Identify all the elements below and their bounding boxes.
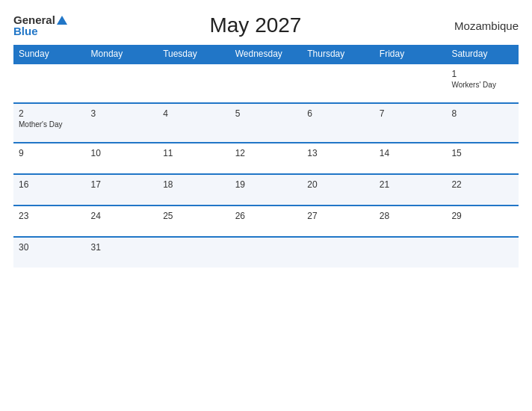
calendar-cell: 5 (230, 103, 303, 143)
calendar-body: 1Workers' Day2Mother's Day34567891011121… (13, 64, 519, 268)
calendar-week-4: 16171819202122 (13, 174, 519, 206)
calendar-cell: 12 (230, 143, 303, 174)
day-number: 23 (19, 211, 81, 221)
logo-blue-text: Blue (13, 25, 38, 37)
day-number: 28 (380, 211, 442, 221)
calendar-cell: 27 (302, 206, 374, 237)
day-number: 25 (163, 211, 225, 221)
day-number: 24 (91, 211, 153, 221)
calendar-week-2: 2Mother's Day345678 (13, 103, 519, 143)
day-number: 5 (235, 108, 297, 119)
calendar-week-3: 9101112131415 (13, 143, 519, 174)
calendar-container: General Blue May 2027 Mozambique SundayM… (0, 0, 532, 411)
calendar-cell: 29 (446, 206, 519, 237)
calendar-cell (302, 237, 374, 268)
weekday-header-tuesday: Tuesday (158, 45, 230, 64)
calendar-cell: 7 (374, 103, 447, 143)
calendar-cell: 13 (302, 143, 374, 174)
calendar-cell: 4 (158, 103, 230, 143)
calendar-cell (86, 64, 158, 103)
calendar-country: Mozambique (444, 19, 519, 32)
day-number: 22 (451, 179, 513, 190)
day-number: 15 (451, 148, 513, 158)
day-number: 27 (307, 211, 369, 221)
weekday-header-friday: Friday (374, 45, 447, 64)
calendar-cell (158, 237, 230, 268)
calendar-cell: 25 (158, 206, 230, 237)
calendar-cell: 18 (158, 174, 230, 206)
calendar-cell: 16 (13, 174, 86, 206)
day-number: 12 (235, 148, 297, 158)
calendar-cell (374, 64, 447, 103)
calendar-week-5: 23242526272829 (13, 206, 519, 237)
logo: General Blue (13, 14, 67, 37)
calendar-cell: 15 (446, 143, 519, 174)
calendar-cell (230, 237, 303, 268)
day-number: 31 (91, 242, 153, 253)
day-number: 8 (451, 108, 513, 119)
day-number: 19 (235, 179, 297, 190)
calendar-cell (230, 64, 303, 103)
calendar-cell: 3 (86, 103, 158, 143)
calendar-cell (13, 64, 86, 103)
calendar-cell (374, 237, 447, 268)
day-number: 2 (19, 108, 81, 119)
calendar-cell: 31 (86, 237, 158, 268)
day-number: 3 (91, 108, 153, 119)
calendar-week-6: 3031 (13, 237, 519, 268)
day-number: 17 (91, 179, 153, 190)
day-number: 21 (380, 179, 442, 190)
holiday-label: Mother's Day (19, 120, 81, 129)
weekday-header-saturday: Saturday (446, 45, 519, 64)
day-number: 11 (163, 148, 225, 158)
day-number: 16 (19, 179, 81, 190)
calendar-cell: 9 (13, 143, 86, 174)
weekday-header-sunday: Sunday (13, 45, 86, 64)
calendar-cell: 19 (230, 174, 303, 206)
holiday-label: Workers' Day (451, 81, 513, 89)
calendar-cell: 2Mother's Day (13, 103, 86, 143)
day-number: 18 (163, 179, 225, 190)
day-number: 14 (380, 148, 442, 158)
day-number: 26 (235, 211, 297, 221)
calendar-week-1: 1Workers' Day (13, 64, 519, 103)
day-number: 13 (307, 148, 369, 158)
day-number: 9 (19, 148, 81, 158)
calendar-cell (158, 64, 230, 103)
calendar-cell: 8 (446, 103, 519, 143)
calendar-title: May 2027 (67, 13, 444, 37)
weekday-header-wednesday: Wednesday (230, 45, 303, 64)
calendar-cell: 11 (158, 143, 230, 174)
calendar-cell: 24 (86, 206, 158, 237)
day-number: 7 (380, 108, 442, 119)
calendar-cell: 17 (86, 174, 158, 206)
calendar-grid: SundayMondayTuesdayWednesdayThursdayFrid… (13, 45, 519, 268)
day-number: 29 (451, 211, 513, 221)
calendar-cell: 23 (13, 206, 86, 237)
day-number: 4 (163, 108, 225, 119)
calendar-cell: 22 (446, 174, 519, 206)
logo-triangle-icon (57, 16, 67, 25)
calendar-cell (302, 64, 374, 103)
calendar-header: General Blue May 2027 Mozambique (13, 13, 519, 37)
calendar-cell: 28 (374, 206, 447, 237)
calendar-cell: 14 (374, 143, 447, 174)
logo-general-text: General (13, 14, 55, 25)
calendar-cell: 26 (230, 206, 303, 237)
calendar-cell (446, 237, 519, 268)
weekday-header-thursday: Thursday (302, 45, 374, 64)
calendar-header-row: SundayMondayTuesdayWednesdayThursdayFrid… (13, 45, 519, 64)
calendar-cell: 20 (302, 174, 374, 206)
calendar-cell: 10 (86, 143, 158, 174)
calendar-cell: 21 (374, 174, 447, 206)
weekday-header-row: SundayMondayTuesdayWednesdayThursdayFrid… (13, 45, 519, 64)
calendar-cell: 1Workers' Day (446, 64, 519, 103)
day-number: 1 (451, 69, 513, 79)
day-number: 6 (307, 108, 369, 119)
calendar-cell: 6 (302, 103, 374, 143)
calendar-cell: 30 (13, 237, 86, 268)
day-number: 10 (91, 148, 153, 158)
weekday-header-monday: Monday (86, 45, 158, 64)
day-number: 30 (19, 242, 81, 253)
day-number: 20 (307, 179, 369, 190)
